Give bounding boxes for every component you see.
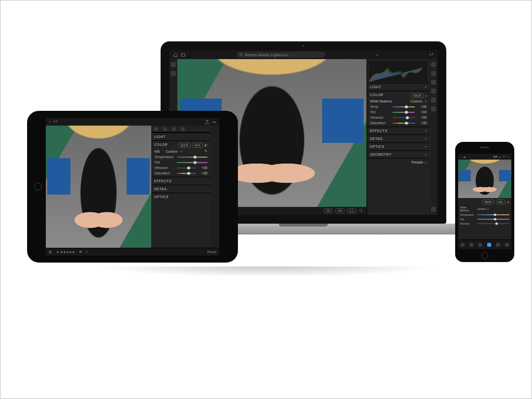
chevron-down-icon[interactable]: ▾ (487, 207, 489, 211)
effects-section[interactable]: Effects▾ (367, 127, 430, 134)
white-balance-label: White Balance (370, 100, 392, 103)
my-photos-icon[interactable] (181, 53, 185, 57)
zoom-1to1-button[interactable]: 1:1 (347, 208, 356, 213)
saturation-slider[interactable] (393, 122, 415, 125)
detail-section[interactable]: Detail (151, 185, 210, 193)
chevron-up-icon[interactable]: ▴ (425, 94, 427, 97)
saturation-slider[interactable] (177, 172, 196, 175)
color-mix-icon[interactable]: ◐ (507, 200, 509, 203)
info-icon[interactable]: ⓘ (359, 208, 363, 213)
presets-icon[interactable] (172, 127, 176, 131)
phone-bezel: ‹ ☁ Edit▾ ↶ ⋯ B&W Mix ◐ White BalanceCus… (455, 142, 514, 262)
optics-label: Optics (370, 145, 384, 148)
light-label: Light (370, 85, 381, 89)
filmstrip-icon[interactable]: ▥ (49, 250, 52, 254)
vibrance-slider[interactable] (477, 223, 509, 225)
detail-section[interactable]: Detail▾ (367, 134, 430, 142)
more-icon[interactable]: ⋯ (507, 155, 509, 159)
selective-icon[interactable] (154, 127, 158, 131)
edit-label[interactable]: Edit (493, 155, 498, 159)
tint-label: Tint (154, 161, 175, 164)
linear-gradient-icon[interactable] (431, 98, 436, 102)
temp-label: Temperature (460, 213, 476, 216)
effects-section[interactable]: Effects (151, 177, 210, 185)
zoom-fit-button[interactable]: Fit (324, 208, 332, 213)
photo-preview[interactable] (46, 126, 151, 248)
phone-screen: ‹ ☁ Edit▾ ↶ ⋯ B&W Mix ◐ White BalanceCus… (458, 154, 511, 249)
vibrance-slider[interactable] (177, 166, 196, 169)
detail-label: Detail (154, 187, 167, 191)
cloud-icon[interactable] (53, 120, 58, 124)
detail-tool-icon[interactable] (505, 243, 509, 247)
crop-tool-icon[interactable] (461, 243, 465, 247)
star-rating[interactable]: ★ ★★★★★ (56, 250, 75, 254)
heal-icon[interactable] (431, 80, 436, 85)
wb-dropdown-icon[interactable]: ▾ (180, 150, 182, 153)
white-balance-value[interactable]: Custom (410, 100, 422, 103)
geometry-section[interactable]: Geometry▾ (367, 150, 430, 158)
light-section[interactable]: Light▾ (367, 83, 430, 91)
mix-button[interactable]: Mix (192, 143, 203, 148)
grid-icon[interactable] (171, 71, 176, 76)
optics-section[interactable]: Optics (151, 193, 210, 200)
tint-slider[interactable] (177, 161, 207, 164)
bw-toggle[interactable]: B&W (411, 93, 424, 98)
share-icon[interactable] (205, 120, 209, 124)
crop-icon[interactable] (431, 71, 436, 76)
desktop-edit-panel: Light▾ Color B&W ▴ White Balance Custom … (366, 59, 430, 215)
undo-icon[interactable]: ↶ (503, 155, 505, 159)
color-mix-icon[interactable]: ◐ (204, 143, 208, 147)
white-balance-value[interactable]: Custom (166, 150, 177, 153)
optics-label: Optics (154, 195, 168, 199)
vibrance-slider[interactable] (393, 116, 415, 119)
tint-label: Tint (370, 110, 391, 114)
brush-icon[interactable] (431, 89, 436, 94)
eyedropper-icon[interactable]: ✎ (204, 149, 207, 153)
light-section[interactable]: Light (151, 133, 210, 140)
temp-slider[interactable] (177, 156, 207, 159)
tint-slider[interactable] (477, 218, 509, 221)
histogram[interactable] (369, 61, 428, 82)
saturation-label: Saturation (154, 171, 175, 175)
add-icon[interactable] (171, 62, 176, 67)
search-dropdown-icon[interactable]: ▾ (376, 53, 378, 57)
tint-slider[interactable] (393, 111, 415, 114)
temp-label: Temp (370, 105, 391, 108)
photo-preview[interactable] (458, 160, 511, 198)
search-input[interactable]: Search Adobe Lightroom (236, 52, 325, 58)
tag-icon[interactable] (431, 207, 436, 212)
bw-toggle[interactable]: B&W (482, 200, 494, 204)
reset-button[interactable]: Reset (207, 250, 216, 254)
auto-icon[interactable] (181, 127, 185, 131)
light-tool-icon[interactable] (478, 243, 482, 247)
phone-topbar: ‹ ☁ Edit▾ ↶ ⋯ (458, 154, 511, 160)
flag-picked-icon[interactable]: ⚑ (79, 250, 82, 254)
chevron-down-icon[interactable]: ▾ (499, 155, 501, 159)
white-balance-value[interactable]: Custom (477, 207, 486, 210)
back-icon[interactable]: ‹ (49, 120, 50, 124)
phone-home-button (481, 252, 488, 259)
flag-rejected-icon[interactable]: ⚐ (86, 250, 89, 254)
more-icon[interactable]: ••• (212, 120, 216, 124)
optics-section[interactable]: Optics▾ (367, 142, 430, 150)
phone-device: ‹ ☁ Edit▾ ↶ ⋯ B&W Mix ◐ White BalanceCus… (455, 142, 514, 262)
temp-slider[interactable] (477, 214, 509, 216)
cloud-icon[interactable] (429, 53, 433, 57)
zoom-fill-button[interactable]: Fill (335, 208, 344, 213)
wb-dropdown-icon[interactable]: ▾ (425, 100, 427, 103)
edit-icon[interactable] (431, 62, 436, 67)
bw-toggle[interactable]: B&W (178, 143, 191, 148)
temp-slider[interactable] (393, 105, 415, 108)
tablet-screen: ‹ ••• Light Color B&W Mi (46, 118, 219, 256)
effects-tool-icon[interactable] (496, 243, 500, 247)
color-tool-icon[interactable] (487, 243, 491, 247)
radial-gradient-icon[interactable] (431, 106, 436, 111)
white-balance-label: WB (154, 150, 160, 153)
home-icon[interactable] (173, 53, 178, 57)
cloud-icon[interactable]: ☁ (463, 155, 466, 158)
mix-button[interactable]: Mix (496, 200, 505, 204)
presets-button[interactable]: Presets (411, 161, 423, 164)
back-icon[interactable]: ‹ (460, 155, 461, 158)
crop-icon[interactable] (163, 127, 167, 131)
presets-tool-icon[interactable] (469, 243, 473, 247)
